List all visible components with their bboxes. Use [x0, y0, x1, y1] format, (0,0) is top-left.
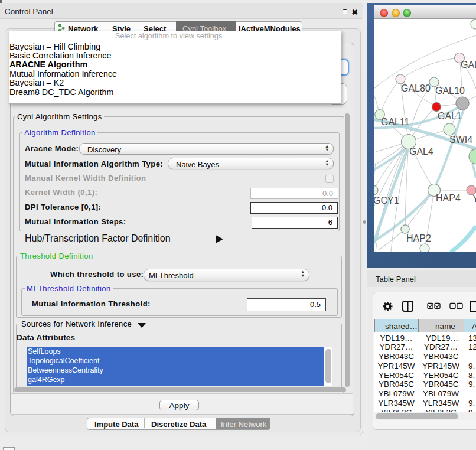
svg-text:SWI4: SWI4	[449, 135, 472, 145]
svg-text:GAL80: GAL80	[401, 83, 431, 93]
svg-text:GAL10: GAL10	[435, 86, 465, 96]
svg-text:GAL11: GAL11	[381, 117, 410, 127]
svg-text:Y: Y	[472, 194, 476, 204]
svg-text:GCY1: GCY1	[374, 195, 399, 206]
svg-text:HAP4: HAP4	[436, 193, 461, 203]
svg-text:GAL1: GAL1	[438, 111, 462, 121]
svg-text:GAL4: GAL4	[409, 146, 433, 156]
svg-text:GAL2: GAL2	[461, 60, 476, 70]
svg-text:HAP2: HAP2	[406, 233, 431, 243]
